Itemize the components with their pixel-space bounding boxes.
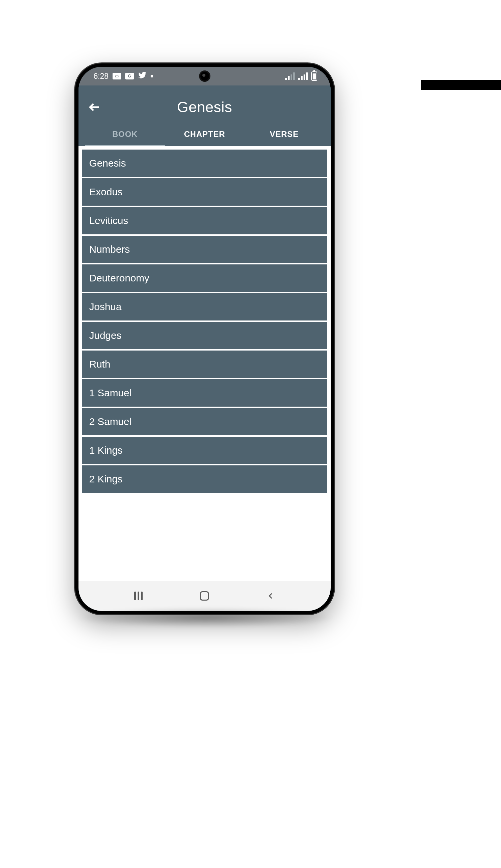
list-item-label: Exodus [89,186,122,197]
list-item-label: Genesis [89,158,126,169]
screen: 6:28 ▭ G [78,67,331,611]
list-item-label: Leviticus [89,215,128,226]
status-clock: 6:28 [94,72,108,81]
book-list[interactable]: Genesis Exodus Leviticus Numbers Deutero… [78,146,331,581]
list-item[interactable]: Judges [82,322,327,349]
list-item-label: 1 Kings [89,445,122,456]
more-notifications-dot-icon [151,75,153,77]
tabs: BOOK CHAPTER VERSE [85,122,324,146]
battery-icon [311,72,317,81]
list-item[interactable]: Joshua [82,293,327,321]
tab-label: CHAPTER [184,130,225,139]
status-left: 6:28 ▭ G [94,71,153,82]
list-item-label: 2 Samuel [89,416,131,427]
chevron-left-icon [267,591,275,601]
twitter-icon [138,71,147,82]
list-item[interactable]: Numbers [82,236,327,263]
list-item-label: 1 Samuel [89,387,131,398]
list-item-label: Joshua [89,301,121,312]
list-item[interactable]: Genesis [82,150,327,177]
list-item[interactable]: 1 Samuel [82,379,327,406]
list-item[interactable]: 2 Samuel [82,408,327,435]
google-news-icon: G [125,73,134,79]
camera-hole [199,70,211,82]
list-item-label: Deuteronomy [89,272,149,283]
signal-full-icon [298,73,308,80]
list-item[interactable]: 2 Kings [82,465,327,493]
list-item-label: Numbers [89,244,130,255]
device-frame: 6:28 ▭ G [75,63,334,614]
list-item[interactable]: Ruth [82,350,327,378]
list-item[interactable]: Deuteronomy [82,264,327,292]
list-item-label: 2 Kings [89,474,122,485]
nav-home-button[interactable] [194,586,214,606]
image-icon: ▭ [113,73,121,79]
tab-label: BOOK [112,130,138,139]
app-header: Genesis BOOK CHAPTER VERSE [78,86,331,146]
arrow-left-icon [88,100,101,114]
device-shadow [75,608,336,628]
signal-weak-icon [285,73,295,80]
list-item-label: Judges [89,330,121,341]
tab-label: VERSE [270,130,299,139]
tab-book[interactable]: BOOK [85,122,165,146]
status-right [285,72,317,81]
list-item[interactable]: 1 Kings [82,437,327,464]
nav-recent-button[interactable] [128,586,148,606]
list-item[interactable]: Leviticus [82,207,327,234]
recent-apps-icon [134,592,142,600]
android-nav-bar [78,581,331,611]
tab-verse[interactable]: VERSE [245,122,324,146]
status-bar: 6:28 ▭ G [78,67,331,86]
tab-chapter[interactable]: CHAPTER [165,122,244,146]
device-side-button [421,80,501,90]
list-item[interactable]: Exodus [82,178,327,206]
list-item-label: Ruth [89,359,110,370]
back-button[interactable] [85,98,104,117]
nav-back-button[interactable] [261,586,281,606]
home-icon [200,591,209,600]
